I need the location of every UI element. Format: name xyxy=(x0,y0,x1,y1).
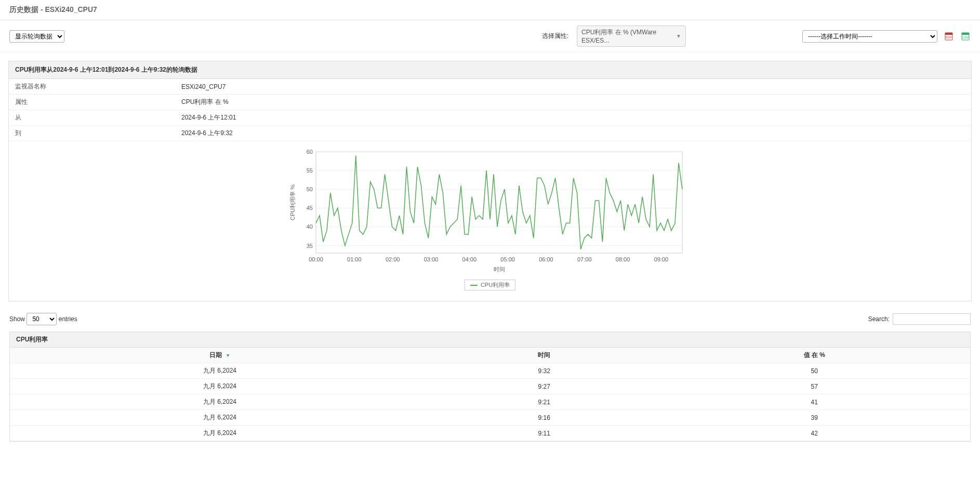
svg-text:55: 55 xyxy=(307,167,313,174)
svg-text:时间: 时间 xyxy=(494,266,505,272)
svg-text:CPU利用率 %: CPU利用率 % xyxy=(289,184,296,220)
table-cell: 九月 6,2024 xyxy=(10,379,430,394)
entries-label: entries xyxy=(59,315,77,323)
svg-text:CSV: CSV xyxy=(962,36,969,39)
info-label: 属性 xyxy=(9,95,175,110)
svg-text:40: 40 xyxy=(307,223,313,230)
table-cell: 41 xyxy=(658,394,970,410)
column-header[interactable]: 时间 xyxy=(430,348,658,363)
table-cell: 九月 6,2024 xyxy=(10,410,430,426)
svg-text:50: 50 xyxy=(307,186,313,192)
info-label: 到 xyxy=(9,126,175,141)
chart-container: 35404550556000:0001:0002:0003:0004:0005:… xyxy=(9,141,971,301)
export-pdf-icon[interactable]: PDF xyxy=(944,31,954,42)
table-cell: 57 xyxy=(658,379,970,394)
show-label: Show xyxy=(9,315,25,323)
svg-text:08:00: 08:00 xyxy=(616,256,630,262)
svg-text:35: 35 xyxy=(307,243,313,249)
attribute-select[interactable]: CPU利用率 在 % (VMWare ESX/ES... ▼ xyxy=(577,25,686,47)
sort-indicator-icon: ▼ xyxy=(226,353,230,358)
data-table-title: CPU利用率 xyxy=(10,332,970,348)
table-cell: 50 xyxy=(658,363,970,379)
table-row: 九月 6,20249:2757 xyxy=(10,379,970,394)
svg-text:05:00: 05:00 xyxy=(500,256,515,262)
table-cell: 9:21 xyxy=(430,394,658,410)
search-label: Search: xyxy=(868,315,890,323)
svg-rect-1 xyxy=(945,33,952,35)
info-label: 从 xyxy=(9,110,175,126)
table-cell: 42 xyxy=(658,426,970,441)
table-row: 九月 6,20249:1639 xyxy=(10,410,970,426)
table-cell: 9:27 xyxy=(430,379,658,394)
column-header[interactable]: 值 在 % xyxy=(658,348,970,363)
column-header[interactable]: 日期 ▼ xyxy=(10,348,430,363)
search-input[interactable] xyxy=(893,313,971,325)
table-cell: 九月 6,2024 xyxy=(10,363,430,379)
section-title: CPU利用率从2024-9-6 上午12:01到2024-9-6 上午9:32的… xyxy=(9,61,971,79)
table-cell: 9:11 xyxy=(430,426,658,441)
table-row: 九月 6,20249:2141 xyxy=(10,394,970,410)
toolbar: 显示轮询数据 选择属性: CPU利用率 在 % (VMWare ESX/ES..… xyxy=(0,20,980,52)
info-label: 监视器名称 xyxy=(9,79,175,95)
data-section: CPU利用率 日期 ▼时间值 在 % 九月 6,20249:3250九月 6,2… xyxy=(9,332,971,442)
svg-text:45: 45 xyxy=(307,205,313,211)
table-row: 九月 6,20249:3250 xyxy=(10,363,970,379)
legend-label: CPU利用率 xyxy=(481,281,510,289)
info-table: 监视器名称ESXi240_CPU7属性CPU利用率 在 %从2024-9-6 上… xyxy=(9,79,971,141)
svg-text:07:00: 07:00 xyxy=(577,256,592,262)
table-cell: 9:16 xyxy=(430,410,658,426)
select-attr-label: 选择属性: xyxy=(542,32,568,41)
svg-text:06:00: 06:00 xyxy=(539,256,553,262)
info-value: CPU利用率 在 % xyxy=(175,95,971,110)
entries-row: Show 50 entries Search: xyxy=(0,310,980,328)
info-value: 2024-9-6 上午12:01 xyxy=(175,110,971,126)
table-cell: 9:32 xyxy=(430,363,658,379)
chart-svg: 35404550556000:0001:0002:0003:0004:0005:… xyxy=(287,147,693,276)
table-cell: 九月 6,2024 xyxy=(10,426,430,441)
export-csv-icon[interactable]: CSV xyxy=(960,31,971,42)
svg-text:00:00: 00:00 xyxy=(309,256,323,262)
svg-rect-4 xyxy=(962,33,969,35)
table-row: 九月 6,20249:1142 xyxy=(10,426,970,441)
table-cell: 九月 6,2024 xyxy=(10,394,430,410)
display-poll-select[interactable]: 显示轮询数据 xyxy=(9,30,64,43)
svg-text:01:00: 01:00 xyxy=(347,256,362,262)
legend-line-icon xyxy=(470,285,478,286)
poll-data-section: CPU利用率从2024-9-6 上午12:01到2024-9-6 上午9:32的… xyxy=(8,61,972,301)
worktime-select[interactable]: ------选择工作时间------- xyxy=(802,30,937,43)
svg-text:60: 60 xyxy=(307,149,313,155)
data-table: 日期 ▼时间值 在 % 九月 6,20249:3250九月 6,20249:27… xyxy=(10,348,970,441)
svg-text:09:00: 09:00 xyxy=(654,256,669,262)
info-value: ESXi240_CPU7 xyxy=(175,79,971,95)
svg-text:04:00: 04:00 xyxy=(462,256,477,262)
svg-rect-6 xyxy=(316,152,682,253)
chart-legend: CPU利用率 xyxy=(465,280,515,290)
svg-text:03:00: 03:00 xyxy=(424,256,439,262)
page-title: 历史数据 - ESXi240_CPU7 xyxy=(0,0,980,20)
table-cell: 39 xyxy=(658,410,970,426)
chevron-down-icon: ▼ xyxy=(676,33,681,39)
attribute-select-value: CPU利用率 在 % (VMWare ESX/ES... xyxy=(581,28,676,44)
svg-text:02:00: 02:00 xyxy=(386,256,400,262)
page-size-select[interactable]: 50 xyxy=(27,313,57,325)
info-value: 2024-9-6 上午9:32 xyxy=(175,126,971,141)
svg-text:PDF: PDF xyxy=(946,36,952,39)
